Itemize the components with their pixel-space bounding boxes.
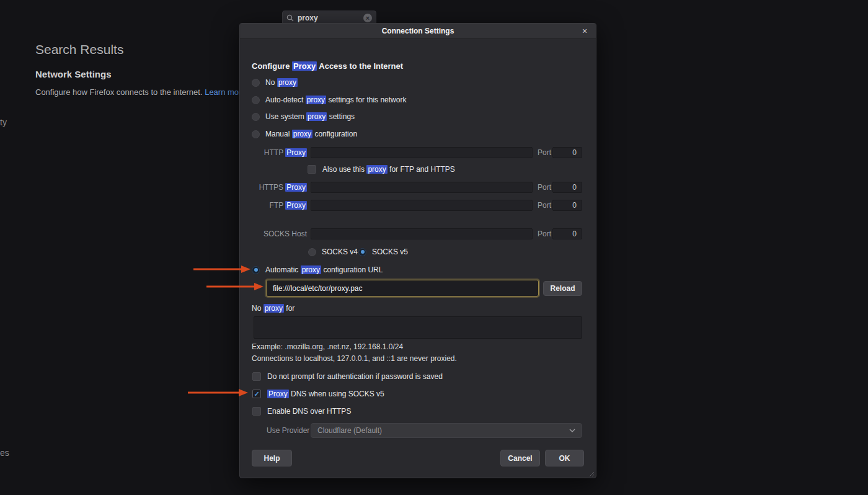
socks-v5-label: SOCKS v5 — [372, 248, 408, 256]
radio-option-manual-proxy[interactable]: Manual proxy configuration — [252, 129, 357, 139]
http-port-input[interactable]: 0 — [552, 147, 582, 158]
provider-value: Cloudflare (Default) — [317, 426, 382, 435]
label-pre: HTTPS — [259, 183, 286, 192]
search-icon — [286, 14, 294, 22]
socks-port-input[interactable]: 0 — [552, 228, 582, 239]
also-use-proxy-checkbox-row[interactable]: Also use this proxy for FTP and HTTPS — [308, 164, 455, 174]
radio-option-automatic-proxy-url[interactable]: Automatic proxy configuration URL — [252, 265, 383, 275]
http-proxy-label: HTTP Proxy — [240, 147, 307, 158]
network-settings-description: Configure how Firefox connects to the in… — [35, 87, 241, 97]
option-post: configuration — [312, 130, 357, 138]
radio-option-autodetect-proxy[interactable]: Auto-detect proxy settings for this netw… — [252, 95, 406, 105]
no-proxy-for-textarea[interactable] — [254, 316, 582, 339]
heading-post: Access to the Internet — [317, 61, 403, 71]
resize-handle[interactable] — [588, 470, 595, 476]
https-port-input[interactable]: 0 — [552, 182, 582, 193]
socks-host-input[interactable] — [311, 228, 533, 239]
option-highlight: proxy — [292, 130, 312, 138]
radio-icon[interactable] — [252, 130, 260, 138]
radio-icon[interactable] — [308, 248, 316, 256]
proxy-url-input[interactable]: file:///local/etc/tor/proxy.pac — [266, 280, 539, 297]
radio-icon[interactable] — [252, 96, 260, 104]
ftp-proxy-label: FTP Proxy — [240, 200, 307, 211]
label-pre: FTP — [270, 201, 286, 210]
checkbox-checked-icon[interactable]: ✓ — [252, 390, 261, 398]
example-note: Example: .mozilla.org, .net.nz, 192.168.… — [252, 342, 403, 351]
label-pre: HTTP — [264, 148, 285, 157]
radio-icon-selected[interactable] — [358, 248, 366, 256]
http-port-label: Port — [538, 147, 551, 158]
doh-checkbox-label: Enable DNS over HTTPS — [267, 407, 351, 416]
clear-search-icon[interactable]: × — [363, 14, 372, 22]
label-highlight: Proxy — [285, 183, 307, 192]
socks-port-label: Port — [538, 228, 551, 239]
option-post: settings for this network — [326, 96, 406, 104]
radio-socks-v4[interactable]: SOCKS v4 — [308, 247, 358, 257]
dns-post: DNS when using SOCKS v5 — [289, 390, 384, 398]
proxy-dns-checkbox-row[interactable]: ✓ Proxy DNS when using SOCKS v5 — [252, 389, 384, 399]
search-results-title: Search Results — [35, 42, 123, 57]
also-use-highlight: proxy — [366, 165, 387, 174]
label-pre: No — [252, 304, 264, 313]
learn-more-link[interactable]: Learn mor — [205, 87, 241, 97]
reload-button[interactable]: Reload — [543, 281, 582, 296]
option-pre: Auto-detect — [265, 96, 306, 104]
search-value: proxy — [298, 14, 360, 22]
dns-highlight: Proxy — [267, 390, 289, 398]
radio-icon[interactable] — [252, 79, 260, 87]
ftp-port-label: Port — [538, 200, 551, 211]
option-highlight: proxy — [277, 78, 298, 87]
ftp-port-input[interactable]: 0 — [552, 200, 582, 211]
radio-option-no-proxy[interactable]: No proxy — [252, 78, 298, 87]
heading-pre: Configure — [252, 61, 292, 71]
socks-host-label: SOCKS Host — [240, 228, 307, 239]
label-highlight: Proxy — [285, 201, 307, 210]
heading-highlight: Proxy — [292, 61, 317, 71]
option-pre: No — [265, 78, 277, 87]
also-use-post: for FTP and HTTPS — [388, 165, 455, 174]
sidebar-label-fragment-top: ty — [0, 117, 7, 127]
option-highlight: proxy — [306, 96, 326, 104]
checkbox-icon[interactable] — [252, 372, 261, 381]
option-highlight: proxy — [306, 112, 327, 121]
option-post: configuration URL — [321, 265, 383, 274]
sidebar-label-fragment-bottom: es — [0, 448, 9, 458]
label-highlight: Proxy — [285, 148, 307, 157]
proxy-url-value: file:///local/etc/tor/proxy.pac — [273, 284, 363, 293]
dialog-heading: Configure Proxy Access to the Internet — [252, 61, 403, 71]
chevron-down-icon — [569, 429, 575, 432]
http-proxy-input[interactable] — [311, 147, 533, 158]
radio-option-system-proxy[interactable]: Use system proxy settings — [252, 112, 355, 122]
dialog-title: Connection Settings — [382, 27, 454, 35]
network-settings-title: Network Settings — [35, 69, 112, 79]
ok-button[interactable]: OK — [545, 450, 584, 466]
connection-settings-dialog: Connection Settings × Configure Proxy Ac… — [239, 23, 596, 478]
annotation-arrow-auto-url — [193, 265, 250, 276]
checkbox-icon[interactable] — [308, 165, 316, 174]
https-proxy-input[interactable] — [311, 182, 533, 193]
help-button[interactable]: Help — [252, 450, 292, 466]
checkbox-icon[interactable] — [252, 407, 261, 416]
ftp-proxy-input[interactable] — [311, 200, 533, 211]
https-port-label: Port — [538, 182, 551, 193]
cancel-button[interactable]: Cancel — [500, 450, 540, 466]
annotation-arrow-url-input — [206, 282, 264, 293]
annotation-arrow-proxy-dns — [188, 388, 248, 399]
auth-checkbox-row[interactable]: Do not prompt for authentication if pass… — [252, 372, 443, 381]
https-proxy-label: HTTPS Proxy — [240, 182, 307, 193]
option-pre: Automatic — [265, 265, 301, 274]
localhost-note: Connections to localhost, 127.0.0.1, and… — [252, 354, 457, 363]
radio-socks-v5[interactable]: SOCKS v5 — [358, 247, 408, 257]
close-icon[interactable]: × — [579, 25, 590, 37]
doh-checkbox-row[interactable]: Enable DNS over HTTPS — [252, 406, 351, 416]
radio-icon[interactable] — [252, 113, 260, 121]
label-highlight: proxy — [264, 304, 284, 313]
no-proxy-for-label: No proxy for — [252, 304, 294, 313]
label-post: for — [284, 304, 294, 313]
option-highlight: proxy — [301, 265, 321, 274]
socks-v4-label: SOCKS v4 — [322, 248, 358, 256]
radio-icon-selected[interactable] — [252, 266, 260, 274]
dialog-header: Connection Settings × — [240, 24, 596, 39]
auth-checkbox-label: Do not prompt for authentication if pass… — [267, 372, 443, 381]
provider-dropdown[interactable]: Cloudflare (Default) — [311, 423, 582, 438]
